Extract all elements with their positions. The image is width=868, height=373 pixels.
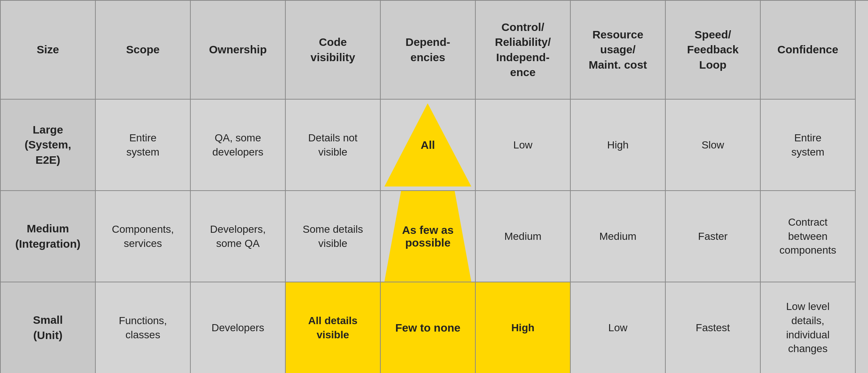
row-large-code-visibility: Details notvisible (286, 100, 381, 191)
header-speed: Speed/FeedbackLoop (666, 1, 761, 100)
row-large-resource: High (571, 100, 666, 191)
row-small-scope: Functions,classes (96, 282, 191, 373)
header-confidence: Confidence (761, 1, 856, 100)
header-resource: Resourceusage/Maint. cost (571, 1, 666, 100)
header-dependencies: Depend-encies (381, 1, 476, 100)
row-large-speed: Slow (666, 100, 761, 191)
row-large-dependencies: All (381, 100, 476, 191)
row-large-confidence: Entiresystem (761, 100, 856, 191)
row-small-speed: Fastest (666, 282, 761, 373)
row-small-control: High (476, 282, 571, 373)
header-ownership: Ownership (191, 1, 286, 100)
row-small-dependencies: Few to none (381, 282, 476, 373)
row-small-ownership: Developers (191, 282, 286, 373)
header-code-visibility: Codevisibility (286, 1, 381, 100)
row-large-size: Large(System,E2E) (1, 100, 96, 191)
row-large-control: Low (476, 100, 571, 191)
row-medium-control: Medium (476, 191, 571, 282)
row-small-size: Small(Unit) (1, 282, 96, 373)
row-medium-dependencies: As few aspossible (381, 191, 476, 282)
row-small-code-visibility: All detailsvisible (286, 282, 381, 373)
row-medium-scope: Components,services (96, 191, 191, 282)
row-small-confidence: Low leveldetails,individualchanges (761, 282, 856, 373)
row-large-scope: Entiresystem (96, 100, 191, 191)
test-comparison-table: Size Scope Ownership Codevisibility Depe… (0, 0, 868, 373)
row-small-resource: Low (571, 282, 666, 373)
row-medium-ownership: Developers,some QA (191, 191, 286, 282)
row-medium-resource: Medium (571, 191, 666, 282)
row-large-ownership: QA, somedevelopers (191, 100, 286, 191)
row-medium-code-visibility: Some detailsvisible (286, 191, 381, 282)
row-medium-size: Medium(Integration) (1, 191, 96, 282)
header-scope: Scope (96, 1, 191, 100)
row-medium-confidence: Contractbetweencomponents (761, 191, 856, 282)
header-control: Control/Reliability/Independ-ence (476, 1, 571, 100)
header-size: Size (1, 1, 96, 100)
row-medium-speed: Faster (666, 191, 761, 282)
